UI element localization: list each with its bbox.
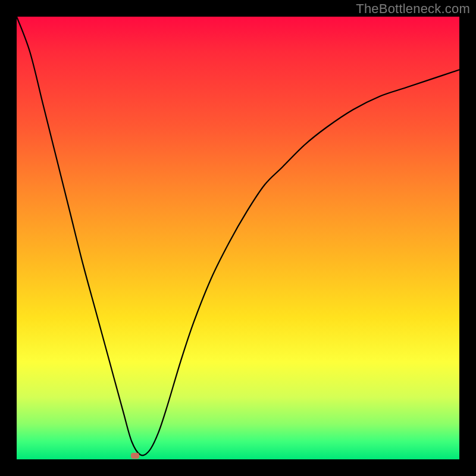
watermark-text: TheBottleneck.com (356, 1, 470, 17)
chart-frame: TheBottleneck.com (0, 0, 476, 476)
bottleneck-curve (17, 17, 459, 459)
plot-area (17, 17, 459, 459)
optimal-point-marker (131, 453, 139, 459)
curve-path (17, 17, 459, 455)
